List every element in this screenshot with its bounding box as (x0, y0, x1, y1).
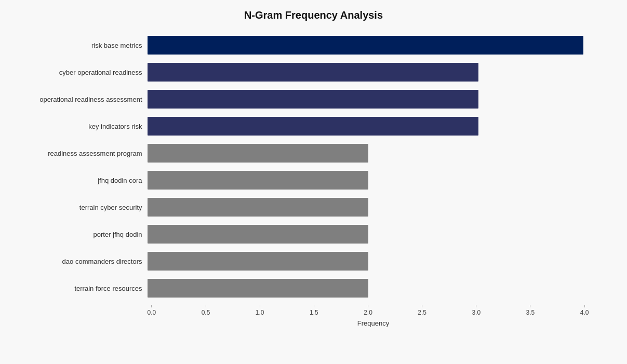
bar-row: cyber operational readiness (148, 59, 589, 86)
x-tick-label: 1.0 (256, 309, 264, 316)
x-tick-line (314, 305, 314, 307)
bar-row: jfhq dodin cora (148, 167, 589, 194)
x-tick-line (151, 305, 152, 307)
x-tick: 1.5 (310, 305, 318, 316)
bar-label: operational readiness assessment (28, 96, 142, 103)
x-tick-line (368, 305, 368, 307)
bar (148, 252, 368, 271)
bar-row: readiness assessment program (148, 140, 589, 167)
bar (148, 90, 479, 109)
x-tick: 0.0 (148, 305, 156, 316)
bar-row: key indicators risk (148, 113, 589, 140)
x-tick: 4.0 (580, 305, 589, 316)
x-tick-line (476, 305, 476, 307)
bar-wrapper (148, 63, 589, 82)
x-tick: 3.5 (526, 305, 535, 316)
x-tick-line (584, 305, 585, 307)
bar-row: risk base metrics (148, 32, 589, 59)
bar-wrapper (148, 198, 589, 217)
chart-area: risk base metricscyber operational readi… (148, 32, 589, 302)
x-tick-line (260, 305, 260, 307)
x-tick-label: 2.0 (364, 309, 372, 316)
x-tick: 2.0 (364, 305, 372, 316)
bar (148, 225, 368, 244)
bar-wrapper (148, 279, 589, 298)
bar-row: operational readiness assessment (148, 86, 589, 113)
x-tick-line (530, 305, 530, 307)
bar-label: jfhq dodin cora (28, 177, 142, 184)
x-tick-label: 0.5 (202, 309, 210, 316)
x-tick-line (422, 305, 422, 307)
chart-title: N-Gram Frequency Analysis (244, 9, 383, 21)
bar-wrapper (148, 171, 589, 190)
bar-wrapper (148, 117, 589, 136)
bar-label: terrain force resources (28, 285, 142, 292)
bar-wrapper (148, 252, 589, 271)
x-axis: 0.00.51.01.52.02.53.03.54.0 (148, 305, 589, 316)
bar-row: dao commanders directors (148, 248, 589, 275)
bar-label: dao commanders directors (28, 258, 142, 265)
bar-label: risk base metrics (28, 42, 142, 49)
bar-row: terrain cyber security (148, 194, 589, 221)
x-tick-label: 3.5 (526, 309, 535, 316)
bar (148, 63, 479, 82)
bar-wrapper (148, 90, 589, 109)
chart-container: risk base metricscyber operational readi… (18, 26, 610, 353)
bar-wrapper (148, 225, 589, 244)
bar (148, 117, 479, 136)
x-tick-line (206, 305, 206, 307)
bar (148, 171, 368, 190)
x-tick: 0.5 (202, 305, 210, 316)
x-tick: 1.0 (256, 305, 264, 316)
bar-label: readiness assessment program (28, 150, 142, 157)
bar-label: porter jfhq dodin (28, 231, 142, 238)
bar (148, 279, 368, 298)
x-axis-label: Frequency (148, 319, 599, 327)
bar-label: cyber operational readiness (28, 69, 142, 76)
bar-row: porter jfhq dodin (148, 221, 589, 248)
x-tick: 3.0 (472, 305, 481, 316)
x-tick-label: 1.5 (310, 309, 318, 316)
bar-wrapper (148, 144, 589, 163)
bar (148, 198, 368, 217)
bar-wrapper (148, 36, 589, 55)
x-tick-label: 4.0 (580, 309, 589, 316)
bar-label: key indicators risk (28, 123, 142, 130)
x-tick-label: 0.0 (148, 309, 156, 316)
x-tick-label: 2.5 (418, 309, 426, 316)
x-tick-label: 3.0 (472, 309, 481, 316)
x-tick: 2.5 (418, 305, 426, 316)
bar (148, 144, 368, 163)
bar (148, 36, 583, 55)
bar-row: terrain force resources (148, 275, 589, 302)
bar-label: terrain cyber security (28, 204, 142, 211)
